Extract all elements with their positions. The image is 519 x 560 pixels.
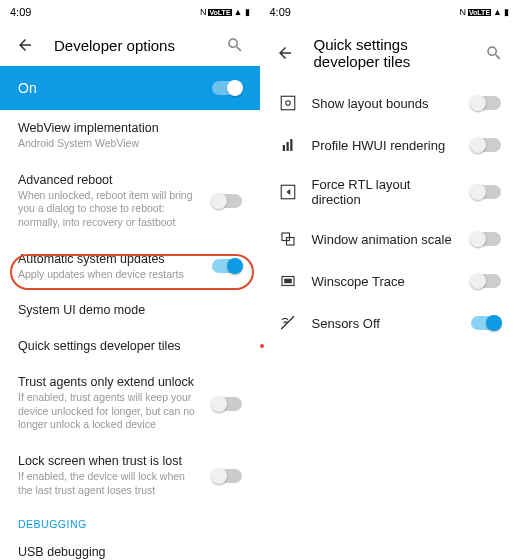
back-icon[interactable] xyxy=(276,44,294,62)
master-toggle[interactable] xyxy=(212,81,242,95)
svg-rect-2 xyxy=(282,145,284,151)
item-demo-mode[interactable]: System UI demo mode xyxy=(0,292,260,328)
master-toggle-bar[interactable]: On xyxy=(0,66,260,110)
toggle-hwui[interactable] xyxy=(471,138,501,152)
clock: 4:09 xyxy=(270,6,460,18)
screen-developer-options: 4:09 N VoLTE ▲ ▮ Developer options On We… xyxy=(0,0,260,560)
profile-icon xyxy=(278,135,298,155)
tile-winscope[interactable]: Winscope Trace xyxy=(260,260,520,302)
item-quick-tiles[interactable]: Quick settings developer tiles xyxy=(0,328,260,364)
app-bar: Quick settings developer tiles xyxy=(260,24,520,82)
toggle-sensors-off[interactable] xyxy=(471,316,501,330)
page-title: Developer options xyxy=(54,37,206,54)
statusbar: 4:09 N VoLTE ▲ ▮ xyxy=(0,0,260,24)
toggle-lock-trust[interactable] xyxy=(212,469,242,483)
svg-rect-4 xyxy=(290,139,292,151)
search-icon[interactable] xyxy=(226,36,244,54)
toggle-auto-updates[interactable] xyxy=(212,259,242,273)
item-usb-debugging[interactable]: USB debugging Debug mode when USB is con… xyxy=(0,534,260,560)
item-trust-agents[interactable]: Trust agents only extend unlock If enabl… xyxy=(0,364,260,443)
back-icon[interactable] xyxy=(16,36,34,54)
master-toggle-label: On xyxy=(18,80,37,96)
layout-icon xyxy=(278,93,298,113)
svg-rect-9 xyxy=(284,279,292,284)
svg-rect-3 xyxy=(286,142,288,151)
rtl-icon xyxy=(278,182,298,202)
svg-point-1 xyxy=(285,101,290,106)
winscope-icon xyxy=(278,271,298,291)
toggle-winscope[interactable] xyxy=(471,274,501,288)
tile-hwui[interactable]: Profile HWUI rendering xyxy=(260,124,520,166)
highlight-sensors-off xyxy=(260,344,264,348)
svg-rect-7 xyxy=(286,238,294,246)
page-title: Quick settings developer tiles xyxy=(314,36,466,70)
item-webview[interactable]: WebView implementation Android System We… xyxy=(0,110,260,162)
toggle-animation[interactable] xyxy=(471,232,501,246)
toggle-rtl[interactable] xyxy=(471,185,501,199)
screen-quick-tiles: 4:09 N VoLTE ▲ ▮ Quick settings develope… xyxy=(260,0,520,560)
toggle-advanced-reboot[interactable] xyxy=(212,194,242,208)
status-icons: N VoLTE ▲ ▮ xyxy=(459,7,509,17)
section-debugging: DEBUGGING xyxy=(0,508,260,534)
statusbar: 4:09 N VoLTE ▲ ▮ xyxy=(260,0,520,24)
tile-rtl[interactable]: Force RTL layout direction xyxy=(260,166,520,218)
svg-rect-0 xyxy=(281,96,295,110)
tile-layout-bounds[interactable]: Show layout bounds xyxy=(260,82,520,124)
svg-rect-6 xyxy=(282,233,290,241)
item-auto-updates[interactable]: Automatic system updates Apply updates w… xyxy=(0,241,260,293)
animation-icon xyxy=(278,229,298,249)
search-icon[interactable] xyxy=(485,44,503,62)
toggle-layout-bounds[interactable] xyxy=(471,96,501,110)
tile-animation[interactable]: Window animation scale xyxy=(260,218,520,260)
item-advanced-reboot[interactable]: Advanced reboot When unlocked, reboot it… xyxy=(0,162,260,241)
sensors-off-icon xyxy=(278,313,298,333)
toggle-trust-agents[interactable] xyxy=(212,397,242,411)
status-icons: N VoLTE ▲ ▮ xyxy=(200,7,250,17)
tile-sensors-off[interactable]: Sensors Off xyxy=(260,302,520,344)
item-lock-screen-trust[interactable]: Lock screen when trust is lost If enable… xyxy=(0,443,260,508)
clock: 4:09 xyxy=(10,6,200,18)
app-bar: Developer options xyxy=(0,24,260,66)
